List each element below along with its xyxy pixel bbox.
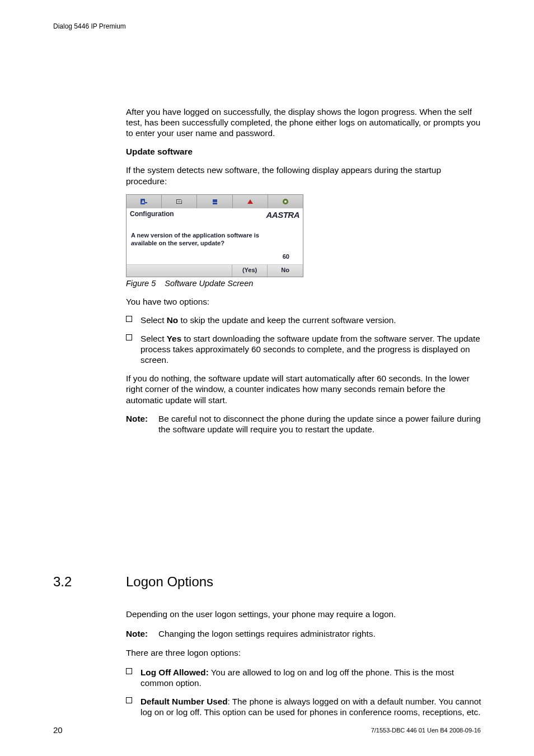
- option-yes-text: Select Yes to start downloading the soft…: [140, 333, 484, 365]
- text-span: Select: [140, 315, 167, 325]
- checkbox-marker: [126, 315, 140, 325]
- text-span: to skip the update and keep the current …: [178, 315, 396, 325]
- bold-no: No: [167, 315, 178, 325]
- auto-update-note: If you do nothing, the software update w…: [126, 373, 484, 405]
- callhistory-icon: [210, 198, 219, 206]
- note-body: Changing the logon settings requires adm…: [158, 628, 484, 639]
- phone-tabbar: A: [127, 195, 303, 208]
- buttonbar-spacer: [127, 265, 232, 277]
- config-label: Configuration: [130, 210, 174, 221]
- text-span: to start downloading the software update…: [140, 334, 480, 365]
- countdown-value: 60: [127, 252, 303, 264]
- phone-tab-settings[interactable]: [268, 195, 303, 208]
- svg-rect-3: [177, 200, 181, 203]
- phone-tab-callhist[interactable]: [197, 195, 232, 208]
- page-number: 20: [53, 725, 63, 735]
- yes-button[interactable]: (Yes): [232, 265, 268, 277]
- default-text: Default Number Used: The phone is always…: [140, 696, 484, 717]
- section-body: Depending on the user logon settings, yo…: [126, 600, 484, 725]
- figure-number: Figure 5: [126, 279, 156, 288]
- camera-icon: [246, 198, 255, 206]
- phone-icon: A: [139, 198, 148, 206]
- section-title: Logon Options: [126, 574, 213, 590]
- options-lead: You have two options:: [126, 296, 484, 307]
- update-software-heading: Update software: [126, 146, 484, 157]
- checkbox-marker: [126, 667, 140, 688]
- svg-marker-8: [247, 199, 253, 204]
- intro-paragraph: After you have logged on successfully, t…: [126, 106, 484, 138]
- bold-label: Log Off Allowed:: [140, 668, 209, 677]
- note-label: Note:: [126, 413, 158, 435]
- logon-note: Note: Changing the logon settings requir…: [126, 628, 484, 639]
- no-button[interactable]: No: [267, 265, 303, 277]
- phone-screenshot: A Configuration AASTRA A new version of …: [126, 194, 303, 277]
- gear-icon: [281, 198, 290, 206]
- phone-msg-line1: A new version of the application softwar…: [131, 232, 298, 240]
- bold-label: Default Number Used: [140, 697, 228, 706]
- logon-p1: Depending on the user logon settings, yo…: [126, 609, 484, 619]
- brand-logo: AASTRA: [266, 210, 300, 221]
- figure-caption: Figure 5 Software Update Screen: [126, 278, 484, 288]
- option-yes: Select Yes to start downloading the soft…: [126, 333, 484, 365]
- checkbox-marker: [126, 333, 140, 365]
- phone-message: A new version of the application softwar…: [127, 222, 303, 252]
- svg-rect-1: [145, 202, 147, 203]
- logoff-text: Log Off Allowed: You are allowed to log …: [140, 667, 484, 688]
- logon-option-default: Default Number Used: The phone is always…: [126, 696, 484, 717]
- phone-msg-line2: available on the server, update?: [131, 240, 298, 248]
- svg-point-10: [284, 200, 287, 203]
- phone-header: Configuration AASTRA: [127, 208, 303, 222]
- phone-tab-phone[interactable]: A: [127, 195, 162, 208]
- running-header: Dialog 5446 IP Premium: [53, 22, 126, 30]
- section-number: 3.2: [53, 574, 72, 590]
- note-label: Note:: [126, 628, 158, 639]
- text-span: Select: [140, 334, 167, 343]
- svg-text:A: A: [142, 200, 144, 204]
- svg-rect-6: [213, 199, 217, 202]
- logon-p2: There are three logon options:: [126, 647, 484, 658]
- phone-buttonbar: (Yes) No: [127, 264, 303, 277]
- checkbox-marker: [126, 696, 140, 717]
- svg-rect-7: [213, 203, 217, 204]
- logon-option-logoff: Log Off Allowed: You are allowed to log …: [126, 667, 484, 688]
- contacts-icon: [175, 198, 184, 206]
- bold-yes: Yes: [167, 334, 181, 343]
- option-no-text: Select No to skip the update and keep th…: [140, 315, 484, 325]
- phone-tab-camera[interactable]: [233, 195, 268, 208]
- note-body: Be careful not to disconnect the phone d…: [158, 413, 484, 435]
- note-block: Note: Be careful not to disconnect the p…: [126, 413, 484, 435]
- figure-title: Software Update Screen: [165, 279, 253, 288]
- option-no: Select No to skip the update and keep th…: [126, 315, 484, 325]
- phone-tab-contacts[interactable]: [162, 195, 197, 208]
- main-content: After you have logged on successfully, t…: [126, 106, 484, 442]
- document-id: 7/1553-DBC 446 01 Uen B4 2008-09-16: [371, 727, 481, 734]
- update-software-intro: If the system detects new software, the …: [126, 165, 484, 186]
